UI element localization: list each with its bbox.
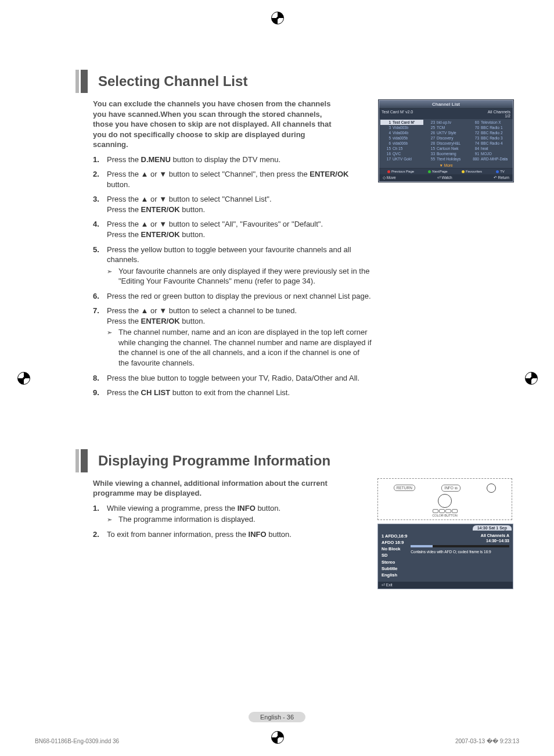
osd-channel-number: 15 [426, 146, 435, 151]
section-body: You can exclude the channels you have ch… [75, 99, 513, 403]
osd-channel-number: 16 [382, 152, 391, 156]
osd-page-indicator: 1/2 [505, 114, 510, 118]
step: Press the ▲ or ▼ button to select "Chann… [93, 194, 372, 214]
osd-channel-item: 15Cartoon Nwk [425, 146, 467, 151]
osd-channel-item: 72BBC Radio 2 [469, 130, 512, 135]
osd-info-line: 1 AFDO,16:9 [382, 533, 407, 539]
osd-channel-item: 70BBC Radio 1 [469, 125, 512, 130]
osd-channel-number: 5 [382, 136, 391, 140]
osd-channel-name: bid-up.tv [437, 120, 451, 124]
info-button-icon: INFO ⧉ [441, 485, 460, 492]
osd-time-range: 14:30~14:33 [411, 538, 509, 544]
osd-channel-filter: All Channels A [411, 533, 509, 539]
osd-channel-name: Boomerang [437, 152, 456, 156]
osd-channel-number: 28 [426, 141, 435, 145]
header-bar-icon [81, 449, 88, 472]
osd-channel-number: 55 [426, 157, 435, 161]
osd-channel-item: 17UKTV Gold [380, 156, 423, 162]
section-title: Displaying Programme Information [98, 449, 330, 472]
osd-channel-number: 26 [426, 131, 435, 135]
osd-channel-item: 800ARD-MHP-Data [469, 156, 512, 162]
osd-channel-item: 23bid-up.tv [425, 120, 467, 125]
osd-channel-item: 16QVC [380, 151, 423, 156]
osd-channel-number: 72 [470, 131, 479, 135]
section-header: Displaying Programme Information [75, 449, 513, 472]
step: Press the ▲ or ▼ button to select "All",… [93, 219, 372, 239]
osd-channel-number: 25 [426, 126, 435, 130]
osd-channel-item: 1Test Card M' [380, 120, 423, 125]
osd-channel-name: Cartoon Nwk [437, 146, 459, 151]
osd-channel-name: BBC Radio 4 [481, 141, 503, 145]
steps-list: While viewing a programme, press the INF… [93, 503, 370, 540]
osd-channel-name: UKTV Style [437, 131, 456, 135]
osd-channel-name: Discovery [437, 136, 454, 140]
steps-list: Press the D.MENU button to display the D… [93, 155, 372, 398]
step: Press the blue button to toggle between … [93, 373, 372, 384]
osd-channel-name: BBC Radio 1 [481, 126, 503, 130]
section-title: Selecting Channel List [98, 70, 247, 93]
osd-info-line: Subtitle [382, 565, 407, 572]
osd-channel-item: 60Television X [469, 120, 512, 125]
osd-channel-item: 84heat [469, 146, 512, 151]
osd-channel-number: 73 [470, 136, 479, 140]
osd-channel-number: 800 [470, 157, 479, 161]
footer-timestamp: 2007-03-13 �� 9:23:13 [455, 738, 519, 744]
step: Press the ▲ or ▼ button to select a chan… [93, 306, 372, 368]
step: While viewing a programme, press the INF… [93, 503, 339, 525]
osd-channel-item: 4Vida004b [380, 130, 423, 135]
osd-columns: 1Test Card M'3Vida003b4Vida004b5vida005b… [379, 119, 513, 163]
osd-column: 23bid-up.tv25TCM26UKTV Style27Discovery2… [425, 120, 467, 162]
registration-mark-icon [17, 372, 30, 385]
osd-info-line: Stereo [382, 559, 407, 565]
channel-list-osd: Channel List Test Card M' v2.0 All Chann… [379, 100, 513, 182]
section-body: While viewing a channel, additional info… [75, 478, 513, 590]
osd-channel-name: MOJO [481, 152, 492, 156]
osd-channel-item: 73BBC Radio 3 [469, 135, 512, 141]
color-button-label: COLOR BUTTON [432, 514, 458, 517]
osd-channel-number: 1 [382, 120, 391, 124]
osd-channel-name: Vida004b [393, 131, 408, 135]
osd-channel-number: 84 [470, 146, 479, 151]
osd-title: Channel List [379, 101, 513, 109]
osd-header-row: Test Card M' v2.0 All Channels 1/2 [379, 109, 513, 119]
color-buttons-icon [433, 509, 458, 513]
osd-channel-item: 26UKTV Style [425, 130, 467, 135]
header-bar-icon [75, 70, 79, 93]
illustration-column: RETURN INFO ⧉ COLOR BUTTON 14:30 Sat 1 S… [377, 478, 513, 590]
osd-info-line: AFDO 16:9 [382, 539, 407, 546]
osd-footer: ◇ Move ⏎ Watch ↶ Return [379, 174, 513, 181]
osd-channel-item: 3Vida003b [380, 125, 423, 130]
osd-column: 60Television X70BBC Radio 172BBC Radio 2… [469, 120, 512, 162]
red-dot-icon [387, 170, 390, 173]
osd-exit-hint: ⏎ Exit [378, 582, 513, 589]
osd-channel-item: 6vida006b [380, 141, 423, 146]
green-dot-icon [428, 170, 431, 173]
osd-current-channel: Test Card M' v2.0 [382, 110, 413, 118]
osd-info-line: English [382, 572, 407, 578]
osd-channel-item: 55Ttext Holidays [425, 156, 467, 162]
step-note: Your favourite channels are only display… [107, 266, 372, 286]
step: Press the yellow button to toggle betwee… [93, 245, 372, 286]
osd-channel-name: UKTV Gold [393, 157, 412, 161]
osd-channel-number: 33 [426, 152, 435, 156]
osd-channel-item: 33Boomerang [425, 151, 467, 156]
osd-channel-name: ARD-MHP-Data [481, 157, 508, 161]
header-bar-icon [81, 70, 88, 93]
power-button-icon [487, 483, 496, 493]
osd-channel-item: 25TCM [425, 125, 467, 130]
footer-filename: BN68-01186B-Eng-0309.indd 36 [35, 738, 119, 744]
osd-channel-name: vida005b [393, 136, 408, 140]
nav-wheel-icon [438, 494, 452, 508]
section-header: Selecting Channel List [75, 70, 513, 93]
osd-description: Contains video with AFD O; coded frame i… [411, 549, 509, 554]
step: Press the ▲ or ▼ button to select "Chann… [93, 169, 372, 189]
step: Press the D.MENU button to display the D… [93, 155, 372, 165]
intro-text: While viewing a channel, additional info… [93, 478, 337, 499]
osd-move-hint: ◇ Move [383, 175, 396, 180]
osd-channel-number: 27 [426, 136, 435, 140]
intro-text: You can exclude the channels you have ch… [93, 99, 337, 150]
return-button-icon: RETURN [394, 485, 415, 491]
registration-mark-icon [271, 12, 284, 24]
osd-channel-name: vida006b [393, 141, 408, 145]
osd-channel-item: 5vida005b [380, 135, 423, 141]
